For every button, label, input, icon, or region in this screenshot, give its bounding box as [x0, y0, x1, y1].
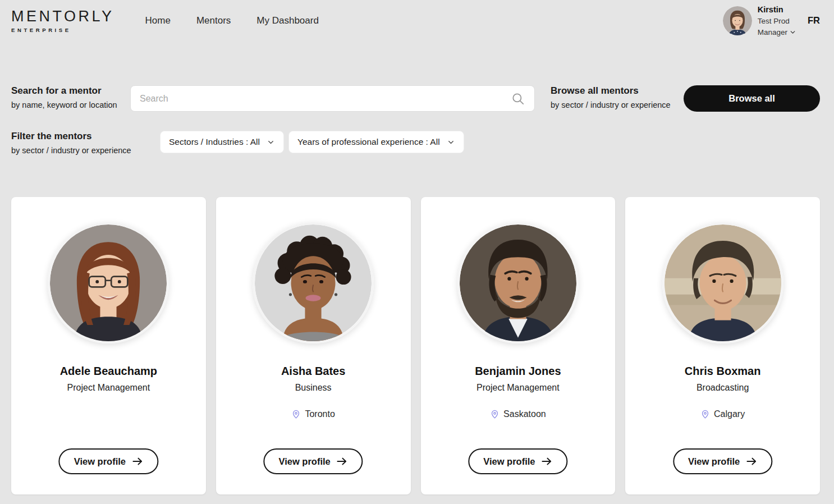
brand-tagline: ENTERPRISE	[11, 27, 114, 33]
search-title: Search for a mentor	[11, 85, 130, 97]
search-subtitle: by name, keyword or location	[11, 100, 130, 109]
location-pin-icon	[700, 410, 710, 419]
mentor-photo	[48, 222, 169, 343]
language-switcher[interactable]: FR	[808, 15, 820, 26]
aisha-bates-portrait	[255, 224, 372, 341]
mentor-city: Saskatoon	[503, 409, 546, 419]
user-role-line2: Manager	[758, 27, 787, 38]
sectors-industries-dropdown-label: Sectors / Industries : All	[169, 137, 260, 147]
mentor-photo	[457, 222, 579, 343]
chris-boxman-portrait	[665, 224, 781, 341]
search-icon[interactable]	[511, 91, 525, 106]
mentor-location: Calgary	[700, 409, 745, 419]
mentor-card: Chris Boxman Broadcasting Calgary View p…	[625, 197, 820, 494]
user-menu: Kirstin Test Prod Manager FR	[723, 4, 820, 38]
search-input[interactable]	[140, 94, 511, 104]
mentor-card: Benjamin Jones Project Management Saskat…	[421, 197, 616, 494]
top-nav-bar: MENTORLY ENTERPRISE Home Mentors My Dash…	[0, 0, 834, 38]
nav-item-my-dashboard[interactable]: My Dashboard	[256, 15, 319, 26]
arrow-right-icon	[337, 457, 348, 466]
chevron-down-icon	[789, 29, 796, 36]
view-profile-button[interactable]: View profile	[673, 448, 772, 474]
main-nav: Home Mentors My Dashboard	[145, 15, 319, 26]
mentor-location: Toronto	[291, 409, 334, 419]
mentor-field: Project Management	[67, 383, 150, 393]
adele-beauchamp-portrait	[50, 224, 167, 341]
filter-row: Filter the mentors by sector / industry …	[11, 131, 820, 153]
benjamin-jones-portrait	[460, 224, 576, 341]
browse-label-block: Browse all mentors by sector / industry …	[551, 85, 681, 109]
filter-label-block: Filter the mentors by sector / industry …	[11, 131, 160, 155]
mentor-card: Adele Beauchamp Project Management View …	[11, 197, 206, 494]
view-profile-label: View profile	[688, 456, 740, 467]
mentor-field: Business	[295, 383, 332, 393]
arrow-right-icon	[132, 457, 143, 466]
years-experience-dropdown-label: Years of professional experience : All	[297, 137, 440, 147]
browse-all-button[interactable]: Browse all	[684, 85, 820, 112]
user-info: Kirstin Test Prod Manager	[758, 4, 796, 38]
view-profile-label: View profile	[483, 456, 535, 467]
brand-logo[interactable]: MENTORLY ENTERPRISE	[11, 9, 114, 33]
mentor-card-grid: Adele Beauchamp Project Management View …	[11, 197, 820, 494]
location-pin-icon	[291, 410, 301, 419]
mentor-city: Toronto	[305, 409, 334, 419]
mentor-name: Chris Boxman	[685, 365, 761, 378]
sectors-industries-dropdown[interactable]: Sectors / Industries : All	[160, 131, 284, 153]
mentor-card: Aisha Bates Business Toronto View profil…	[216, 197, 411, 494]
user-avatar[interactable]	[723, 6, 752, 35]
mentor-name: Benjamin Jones	[475, 365, 561, 378]
chevron-down-icon	[267, 138, 275, 146]
view-profile-button[interactable]: View profile	[468, 448, 567, 474]
search-box	[130, 85, 535, 112]
mentor-name: Aisha Bates	[281, 365, 346, 378]
mentor-name: Adele Beauchamp	[60, 365, 157, 378]
brand-name: MENTORLY	[11, 9, 114, 24]
browse-subtitle: by sector / industry or experience	[551, 100, 681, 109]
view-profile-label: View profile	[278, 456, 330, 467]
arrow-right-icon	[542, 457, 553, 466]
view-profile-label: View profile	[74, 456, 126, 467]
mentor-field: Project Management	[476, 383, 560, 393]
user-name: Kirstin	[758, 4, 796, 16]
filter-subtitle: by sector / industry or experience	[11, 146, 160, 155]
filter-dropdowns: Sectors / Industries : All Years of prof…	[160, 131, 464, 153]
user-role-dropdown[interactable]: Manager	[758, 27, 796, 38]
kirstin-avatar-illustration	[723, 6, 752, 35]
browse-title: Browse all mentors	[551, 85, 681, 97]
years-experience-dropdown[interactable]: Years of professional experience : All	[288, 131, 464, 153]
mentor-photo	[253, 222, 374, 343]
view-profile-button[interactable]: View profile	[59, 448, 158, 474]
chevron-down-icon	[447, 138, 455, 146]
search-label-block: Search for a mentor by name, keyword or …	[11, 85, 130, 109]
nav-item-mentors[interactable]: Mentors	[196, 15, 231, 26]
filter-title: Filter the mentors	[11, 131, 160, 142]
mentor-photo	[662, 222, 783, 343]
search-row: Search for a mentor by name, keyword or …	[11, 85, 820, 119]
mentor-location: Saskatoon	[490, 409, 546, 419]
nav-item-home[interactable]: Home	[145, 15, 171, 26]
mentor-city: Calgary	[714, 409, 745, 419]
view-profile-button[interactable]: View profile	[263, 448, 363, 474]
location-pin-icon	[490, 410, 500, 419]
user-role-line1: Test Prod	[758, 16, 796, 27]
arrow-right-icon	[746, 457, 757, 466]
mentor-field: Broadcasting	[696, 383, 749, 393]
